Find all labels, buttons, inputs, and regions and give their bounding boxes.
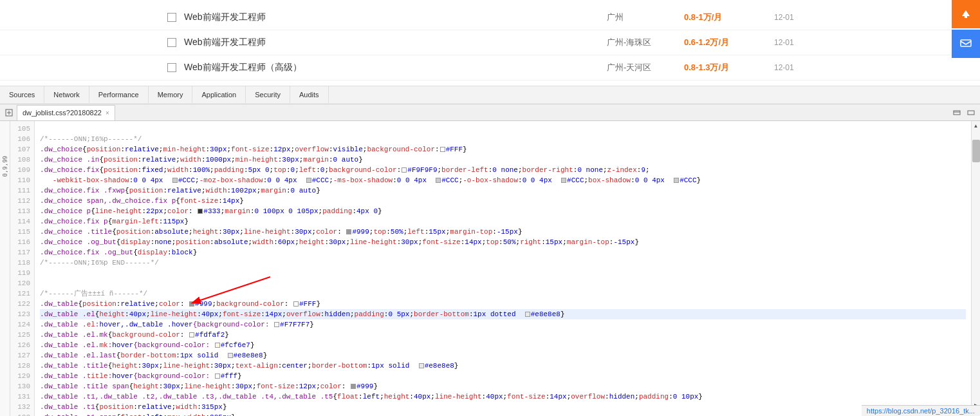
job-row: Web前端开发工程师 广州 0.8-1万/月 12-01: [0, 5, 980, 30]
job-salary: 0.6-1.2万/月: [684, 37, 774, 48]
code-content[interactable]: /*------ONN;I6%p------*/.dw_choice{posit…: [35, 121, 971, 416]
svg-line-3: [961, 41, 966, 44]
job-listing-section: Web前端开发工程师 广州 0.8-1万/月 12-01 Web前端开发工程师 …: [0, 0, 980, 86]
svg-marker-0: [962, 10, 970, 16]
job-date: 12-01: [774, 13, 813, 22]
bottom-url: https://blog.csdn.net/p_32016_tk...: [867, 407, 975, 415]
bottom-url-bar: https://blog.csdn.net/p_32016_tk...: [862, 405, 980, 416]
left-edge-text: 0,9,99: [2, 156, 8, 177]
line-numbers: 1051061071081091101111121131141151161171…: [10, 121, 35, 416]
message-button[interactable]: [952, 30, 980, 58]
scrollbar-thumb[interactable]: [972, 140, 980, 162]
right-action-buttons: [952, 0, 980, 58]
job-salary: 0.8-1万/月: [684, 12, 774, 23]
tab-memory[interactable]: Memory: [149, 86, 193, 104]
job-title: Web前端开发工程师: [184, 37, 607, 48]
tab-performance[interactable]: Performance: [89, 86, 149, 104]
job-row: Web前端开发工程师（高级） 广州-天河区 0.8-1.3万/月 12-01: [0, 55, 980, 80]
tab-application[interactable]: Application: [192, 86, 246, 104]
panel-collapse-icon[interactable]: [965, 106, 977, 119]
job-location: 广州-天河区: [607, 62, 684, 73]
expand-icon[interactable]: [3, 106, 15, 119]
devtools-toolbar: Sources Network Performance Memory Appli…: [0, 86, 980, 104]
job-salary: 0.8-1.3万/月: [684, 62, 774, 73]
code-editor: 0,9,99 105106107108109110111112113114115…: [0, 121, 980, 416]
file-tab-bar: dw_joblist.css?20180822 ×: [0, 104, 980, 121]
file-tab-name: dw_joblist.css?20180822: [23, 109, 102, 117]
job-checkbox[interactable]: [167, 38, 176, 47]
svg-line-4: [966, 41, 971, 44]
job-title: Web前端开发工程师: [184, 12, 607, 23]
job-location: 广州-海珠区: [607, 37, 684, 48]
tab-sources[interactable]: Sources: [0, 86, 44, 104]
tab-audits[interactable]: Audits: [290, 86, 329, 104]
tab-network[interactable]: Network: [44, 86, 89, 104]
panel-expand-icon[interactable]: [950, 106, 963, 119]
svg-rect-1: [965, 16, 967, 18]
job-date: 12-01: [774, 38, 813, 47]
job-checkbox[interactable]: [167, 13, 176, 22]
job-title: Web前端开发工程师（高级）: [184, 62, 607, 73]
job-checkbox[interactable]: [167, 63, 176, 72]
job-date: 12-01: [774, 63, 813, 72]
svg-rect-8: [954, 111, 960, 115]
file-tab-right-controls: [949, 106, 980, 119]
job-location: 广州: [607, 12, 684, 23]
upload-button[interactable]: [952, 0, 980, 28]
tab-security[interactable]: Security: [246, 86, 290, 104]
svg-rect-10: [968, 111, 974, 115]
file-tab-active[interactable]: dw_joblist.css?20180822 ×: [17, 105, 115, 120]
scrollbar-up-arrow[interactable]: ▲: [972, 121, 981, 130]
job-row: Web前端开发工程师 广州-海珠区 0.6-1.2万/月 12-01: [0, 30, 980, 55]
close-tab-icon[interactable]: ×: [106, 109, 109, 117]
svg-rect-2: [961, 40, 971, 46]
